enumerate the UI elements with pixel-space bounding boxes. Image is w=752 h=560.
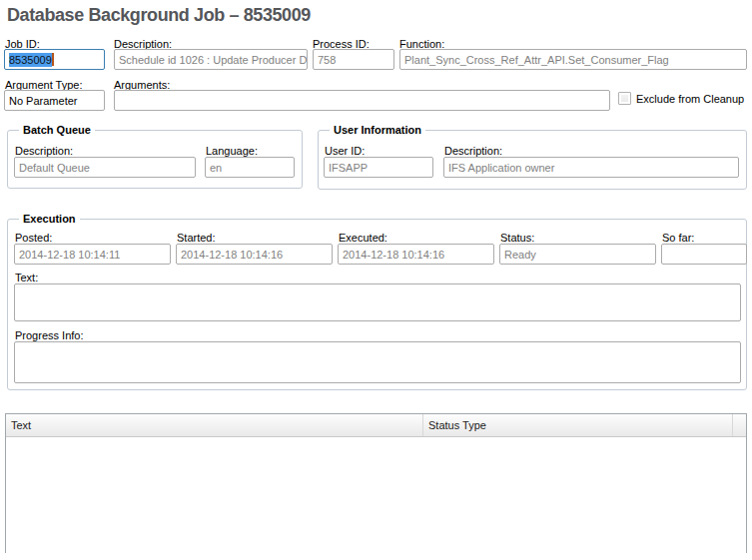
- progress-info-label: Progress Info:: [15, 329, 83, 341]
- user-description-label: Description:: [444, 145, 502, 157]
- started-label: Started:: [177, 232, 216, 244]
- execution-group: Execution Posted: 2014-12-18 10:14:11 St…: [7, 219, 747, 390]
- user-description-field[interactable]: IFS Application owner: [443, 157, 739, 178]
- progress-info-textarea[interactable]: [14, 341, 741, 383]
- user-id-label: User ID:: [325, 145, 365, 157]
- posted-label: Posted:: [15, 232, 52, 244]
- column-header-text[interactable]: Text: [6, 414, 423, 436]
- column-header-status-type[interactable]: Status Type: [423, 414, 733, 436]
- messages-table: Text Status Type: [5, 413, 747, 553]
- exclude-from-cleanup-label: Exclude from Cleanup: [636, 93, 744, 105]
- process-id-field[interactable]: 758: [313, 49, 394, 70]
- user-information-group: User Information User ID: IFSAPP Descrip…: [318, 130, 747, 190]
- function-field[interactable]: Plant_Sync_Cross_Ref_Attr_API.Set_Consum…: [399, 49, 747, 70]
- database-background-job-window: Database Background Job – 8535009 Job ID…: [0, 0, 752, 560]
- text-label: Text:: [15, 272, 38, 283]
- status-field[interactable]: Ready: [499, 244, 656, 265]
- page-title: Database Background Job – 8535009: [7, 5, 311, 26]
- description-field[interactable]: Schedule id 1026 : Update Producer Da: [114, 49, 308, 70]
- so-far-label: So far:: [662, 232, 694, 244]
- batch-queue-description-field[interactable]: Default Queue: [14, 157, 196, 178]
- user-information-group-title: User Information: [330, 124, 425, 136]
- text-caret: [52, 53, 54, 66]
- messages-table-body[interactable]: [6, 437, 746, 553]
- executed-label: Executed:: [339, 232, 387, 244]
- executed-field[interactable]: 2014-12-18 10:14:16: [338, 244, 494, 265]
- batch-queue-group-title: Batch Queue: [19, 124, 95, 136]
- job-id-selected-text: 8535009: [9, 53, 52, 67]
- language-label: Language:: [206, 145, 258, 157]
- started-field[interactable]: 2014-12-18 10:14:16: [176, 244, 333, 265]
- execution-group-title: Execution: [19, 213, 80, 225]
- user-id-field[interactable]: IFSAPP: [324, 157, 433, 178]
- batch-queue-group: Batch Queue Description: Default Queue L…: [7, 130, 303, 189]
- language-field[interactable]: en: [205, 157, 295, 178]
- column-header-filler: [733, 414, 746, 436]
- text-textarea[interactable]: [14, 283, 741, 321]
- messages-table-header: Text Status Type: [6, 414, 746, 437]
- exclude-from-cleanup-checkbox[interactable]: [618, 92, 631, 105]
- argument-type-field[interactable]: No Parameter: [4, 90, 105, 111]
- arguments-field[interactable]: [114, 90, 610, 111]
- so-far-field[interactable]: [661, 244, 747, 265]
- job-id-field[interactable]: 8535009: [4, 49, 105, 70]
- batch-queue-description-label: Description:: [15, 145, 73, 157]
- status-label: Status:: [500, 232, 534, 244]
- posted-field[interactable]: 2014-12-18 10:14:11: [14, 244, 171, 265]
